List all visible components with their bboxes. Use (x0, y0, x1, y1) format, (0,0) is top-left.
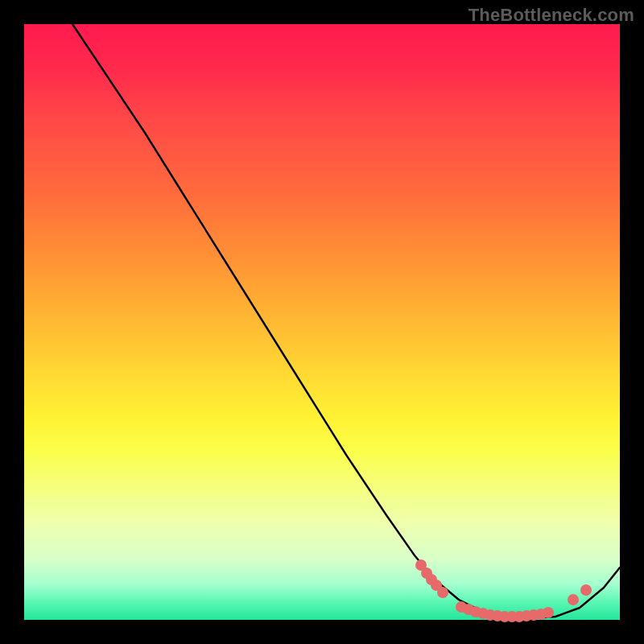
chart-frame: TheBottleneck.com (0, 0, 644, 644)
bottleneck-curve (72, 24, 620, 618)
curve-svg (24, 24, 620, 620)
highlight-dot (580, 584, 592, 596)
highlight-dot (568, 594, 579, 605)
watermark-text: TheBottleneck.com (469, 5, 634, 26)
highlight-dot (437, 587, 448, 598)
plot-area (24, 24, 620, 620)
highlight-dot (543, 607, 554, 618)
